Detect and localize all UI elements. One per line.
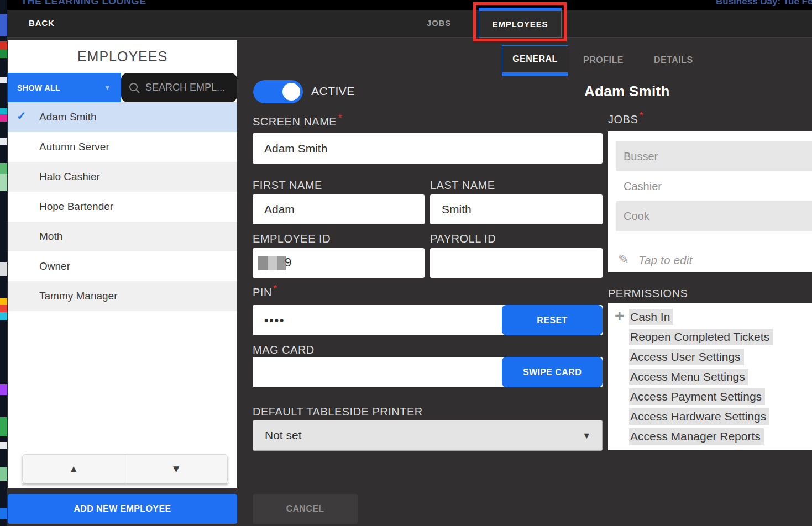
last-name-input[interactable] [430,194,603,224]
back-button[interactable]: BACK [29,18,55,28]
store-name: THE LEARNING LOUNGE [21,0,146,7]
payroll-id-input[interactable] [430,248,603,278]
show-all-label: SHOW ALL [17,83,60,92]
nav-tab-employees[interactable]: EMPLOYEES [479,8,562,38]
screen-name-input[interactable] [253,133,603,164]
printer-selected-value: Not set [265,429,302,442]
permission-item: Access User Settings [629,347,773,367]
pencil-icon: ✎ [618,252,629,267]
pin-label: PIN* [253,286,276,299]
active-toggle[interactable] [253,80,303,103]
permission-item: Access Manager Reports [629,427,773,446]
search-icon [128,82,140,94]
job-name: Cook [624,210,649,223]
employee-name: Owner [39,260,70,272]
employee-id-input[interactable]: 9 [253,248,425,278]
first-name-label: FIRST NAME [253,179,322,192]
employee-list-item[interactable]: ✓ Adam Smith [8,102,237,132]
mag-card-label: MAG CARD [253,344,315,356]
permission-name: Access Payment Settings [629,388,765,405]
toggle-knob [282,83,300,101]
employee-list-item[interactable]: Tammy Manager [8,281,237,311]
scroll-down-button[interactable]: ▼ [125,454,228,483]
employee-list-item[interactable]: Moth [8,222,237,251]
permission-item: Access Payment Settings [629,387,773,407]
scroll-up-button[interactable]: ▲ [22,454,125,483]
employee-id-tail: 9 [285,255,291,270]
chevron-down-icon: ▼ [104,83,111,92]
sidebar-title: EMPLOYEES [8,40,237,73]
nav-bar: BACK JOBS EMPLOYEES [0,10,812,38]
expand-plus-icon[interactable]: + [615,307,625,324]
jobs-list: Busser Cashier Cook [608,141,812,231]
show-all-dropdown[interactable]: SHOW ALL ▼ [8,73,121,102]
jobs-panel: Busser Cashier Cook ✎ Tap to edit [608,132,812,272]
permissions-label: PERMISSIONS [608,287,688,300]
screen-name-label: SCREEN NAME* [253,115,342,128]
employee-name: Adam Smith [39,111,96,123]
list-pager: ▲ ▼ [22,454,228,483]
employee-id-label: EMPLOYEE ID [253,233,331,245]
employee-list: ✓ Adam Smith Autumn Server Halo Cashier … [8,102,237,311]
permission-name: Cash In [629,309,673,325]
pin-reset-button[interactable]: RESET [502,305,603,335]
dropdown-arrow-icon: ▼ [582,431,591,441]
tableside-printer-select[interactable]: Not set ▼ [253,420,603,451]
employee-settings-screen: THE LEARNING LOUNGE Business Day: Tue Fe… [0,0,812,526]
jobs-tap-to-edit[interactable]: ✎ Tap to edit [608,250,812,272]
permission-item: Reopen Completed Tickets [629,327,773,347]
employee-sidebar: EMPLOYEES SHOW ALL ▼ ✓ Adam Smith [8,40,237,488]
add-new-employee-button[interactable]: ADD NEW EMPLOYEE [8,494,237,524]
payroll-id-label: PAYROLL ID [430,233,496,245]
permissions-panel: + Cash In Reopen Completed Tickets Acces… [608,303,812,450]
permission-name: Access Menu Settings [629,369,748,385]
triangle-down-icon: ▼ [171,463,181,475]
search-input[interactable] [145,82,228,93]
tap-to-edit-hint: Tap to edit [638,254,692,267]
permission-name: Access Hardware Settings [629,408,769,425]
employee-name: Halo Cashier [39,171,100,183]
job-name: Cashier [624,180,662,193]
employee-list-item[interactable]: Autumn Server [8,132,237,162]
tab-profile[interactable]: PROFILE [583,55,624,65]
employee-detail-name: Adam Smith [584,83,670,100]
redacted-value [258,256,286,270]
tab-general[interactable]: GENERAL [502,45,568,76]
check-icon: ✓ [17,109,27,123]
employee-list-item[interactable]: Halo Cashier [8,162,237,192]
permission-item: Access Hardware Settings [629,407,773,427]
top-status-bar: THE LEARNING LOUNGE Business Day: Tue Fe… [0,0,812,10]
jobs-label: JOBS* [608,113,643,126]
permission-name: Access Manager Reports [629,428,764,445]
permission-item: Access Menu Settings [629,367,773,387]
nav-tab-jobs[interactable]: JOBS [427,18,451,28]
last-name-label: LAST NAME [430,179,495,192]
employee-list-item[interactable]: Hope Bartender [8,192,237,222]
swipe-card-button[interactable]: SWIPE CARD [502,357,603,387]
printer-label: DEFAULT TABLESIDE PRINTER [253,406,423,418]
employee-name: Moth [39,230,62,243]
job-list-item[interactable]: Cook [616,201,812,231]
cancel-button[interactable]: CANCEL [253,494,358,524]
permission-name: Access User Settings [629,349,744,365]
permissions-list: Cash In Reopen Completed Tickets Access … [629,307,773,446]
employee-search-box[interactable] [121,73,237,102]
employee-name: Autumn Server [39,141,109,153]
employee-list-item[interactable]: Owner [8,251,237,281]
required-asterisk: * [639,109,643,122]
permission-name: Reopen Completed Tickets [629,329,773,345]
job-name: Busser [624,150,658,163]
required-asterisk: * [338,112,342,124]
sidebar-filter-row: SHOW ALL ▼ [8,73,237,102]
background-window-strip [0,0,7,526]
triangle-up-icon: ▲ [69,463,79,475]
job-list-item[interactable]: Busser [616,141,812,171]
employee-name: Hope Bartender [39,201,113,213]
employee-name: Tammy Manager [39,290,118,302]
tab-details[interactable]: DETAILS [654,55,693,65]
active-toggle-label: ACTIVE [311,85,355,98]
required-asterisk: * [273,282,277,294]
job-list-item[interactable]: Cashier [616,171,812,201]
first-name-input[interactable] [253,194,425,224]
business-day-label: Business Day: Tue Feb 2 [716,0,812,7]
